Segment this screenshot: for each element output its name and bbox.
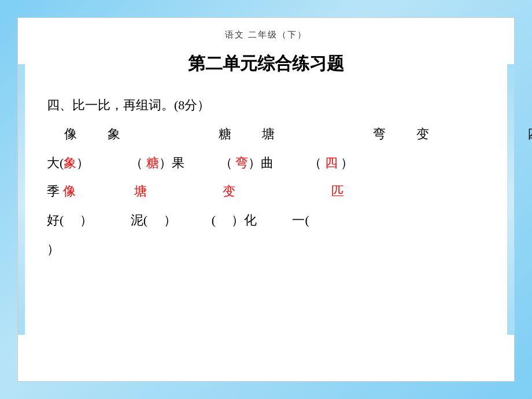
main-title: 第二单元综合练习题 <box>41 52 491 76</box>
chars-row: 像 象 糖 塘 弯 变 四 匹 <box>47 122 491 146</box>
answer-row-2-labels: 季 像 塘 变 匹 <box>47 179 491 204</box>
label-xiang: 像 <box>63 184 76 198</box>
answer-1: 象 <box>64 156 76 170</box>
answer-row-1: 大(象） （ 糖）果 （ 弯）曲 （ 四 ） <box>47 151 491 175</box>
top-label: 语文 二年级（下） <box>41 29 491 40</box>
answer-4: 四 <box>325 156 338 170</box>
content-area: 四、比一比，再组词。(8分） 像 象 糖 塘 弯 变 四 匹 大(象） （ 糖）… <box>41 93 491 261</box>
section-title: 四、比一比，再组词。(8分） <box>47 93 491 117</box>
right-decoration <box>507 64 514 335</box>
answer-row-3: 好( ） 泥( ） ( ）化 一( <box>47 208 491 232</box>
page-container: 语文 二年级（下） 第二单元综合练习题 四、比一比，再组词。(8分） 像 象 糖… <box>17 17 515 382</box>
answer-2: 糖 <box>146 156 159 170</box>
label-bian: 变 <box>223 184 235 198</box>
answer-row-4: ） <box>47 237 491 261</box>
left-decoration <box>18 64 25 335</box>
label-tang: 塘 <box>134 184 147 198</box>
answer-3: 弯 <box>235 156 248 170</box>
label-pi: 匹 <box>331 184 344 198</box>
